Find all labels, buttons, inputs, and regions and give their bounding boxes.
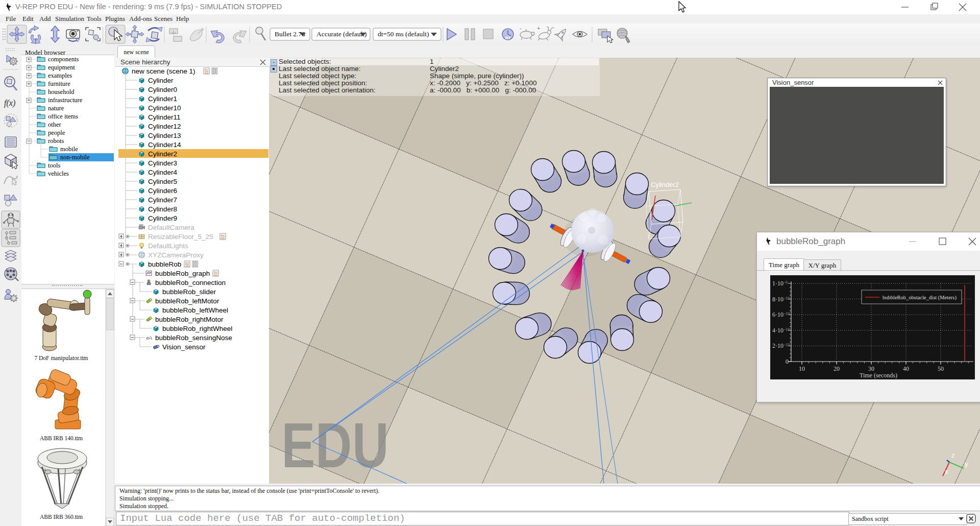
svg-text:7 DoF manipulator.ttm: 7 DoF manipulator.ttm xyxy=(34,355,88,362)
svg-text:DefaultCamera: DefaultCamera xyxy=(148,224,194,231)
svg-text:Cylinder2: Cylinder2 xyxy=(651,181,679,188)
svg-text:4·10: 4·10 xyxy=(772,327,783,334)
svg-text:Cylinder: Cylinder xyxy=(148,77,174,84)
svg-text:infrastructure: infrastructure xyxy=(48,97,83,104)
svg-text:Cylinder10: Cylinder10 xyxy=(148,104,181,112)
svg-text:2·10: 2·10 xyxy=(772,342,783,349)
svg-text:-: - xyxy=(520,25,522,31)
svg-text:Cylinder9: Cylinder9 xyxy=(148,214,177,222)
svg-text:30: 30 xyxy=(868,365,874,372)
svg-text:8·10: 8·10 xyxy=(772,296,783,303)
svg-text:-10: -10 xyxy=(784,327,790,332)
svg-text:Cylinder7: Cylinder7 xyxy=(148,196,177,204)
svg-text:Cylinder5: Cylinder5 xyxy=(148,178,177,185)
svg-text:x: x xyxy=(945,468,948,475)
svg-text:nature: nature xyxy=(48,105,64,112)
svg-text:dt=50 ms (default): dt=50 ms (default) xyxy=(378,30,429,38)
svg-text:household: household xyxy=(48,88,75,95)
svg-text:vehicles: vehicles xyxy=(48,170,69,177)
svg-text:Cylinder14: Cylinder14 xyxy=(148,141,181,149)
svg-text:Cylinder4: Cylinder4 xyxy=(148,169,178,176)
svg-text:Cylinder3: Cylinder3 xyxy=(148,159,177,167)
svg-text:bubbleRob: bubbleRob xyxy=(148,260,181,268)
svg-text:ABB IRB 140.ttm: ABB IRB 140.ttm xyxy=(40,435,83,441)
svg-text:-10: -10 xyxy=(784,311,790,316)
svg-text:bubbleRob_slider: bubbleRob_slider xyxy=(162,288,216,296)
svg-text:bubbleRob_sensingNose: bubbleRob_sensingNose xyxy=(155,334,232,342)
svg-text:bubbleRob_rightMotor: bubbleRob_rightMotor xyxy=(155,316,224,323)
svg-text:f(x): f(x) xyxy=(4,99,15,108)
svg-text:y: y xyxy=(965,460,968,468)
svg-text:-9: -9 xyxy=(784,280,788,285)
svg-text:Vision_sensor: Vision_sensor xyxy=(162,343,206,351)
svg-text:other: other xyxy=(48,121,62,128)
svg-text:tools: tools xyxy=(48,162,60,169)
svg-text:Cylinder6: Cylinder6 xyxy=(148,187,177,195)
svg-text:equipment: equipment xyxy=(48,64,75,71)
svg-text:bubbleRob_rightWheel: bubbleRob_rightWheel xyxy=(162,325,232,332)
svg-text:ResizableFloor_5_25: ResizableFloor_5_25 xyxy=(148,233,213,241)
svg-text:Cylinder0: Cylinder0 xyxy=(148,86,177,93)
svg-text:Accurate (default): Accurate (default) xyxy=(316,30,367,38)
svg-text:people: people xyxy=(48,129,65,136)
svg-text:10: 10 xyxy=(799,365,805,372)
svg-text:non-mobile: non-mobile xyxy=(60,154,90,161)
svg-text:bubbleRob_connection: bubbleRob_connection xyxy=(155,279,226,286)
svg-text:robots: robots xyxy=(48,137,64,145)
svg-text:components: components xyxy=(48,56,79,63)
svg-text:50: 50 xyxy=(938,365,944,372)
svg-text:40: 40 xyxy=(903,365,909,372)
svg-text:DefaultLights: DefaultLights xyxy=(148,242,188,250)
svg-text:examples: examples xyxy=(48,72,72,79)
svg-text:bubbleRob_leftWheel: bubbleRob_leftWheel xyxy=(162,306,228,314)
svg-text:XYZCameraProxy: XYZCameraProxy xyxy=(148,251,204,259)
svg-text:ABB IRB 360.ttm: ABB IRB 360.ttm xyxy=(40,514,83,520)
svg-text:6·10: 6·10 xyxy=(772,311,783,318)
svg-text:+: + xyxy=(537,25,540,31)
svg-text:-10: -10 xyxy=(784,342,790,347)
svg-text:Time (seconds): Time (seconds) xyxy=(860,372,897,379)
svg-text:office items: office items xyxy=(48,113,78,120)
svg-text:1·10: 1·10 xyxy=(772,280,783,287)
svg-text:Cylinder12: Cylinder12 xyxy=(148,123,181,130)
svg-text:mobile: mobile xyxy=(60,146,78,153)
svg-text:EDU: EDU xyxy=(281,410,389,481)
svg-text:bubbleRob_leftMotor: bubbleRob_leftMotor xyxy=(155,297,219,305)
svg-text:-10: -10 xyxy=(784,296,790,301)
svg-text:z: z xyxy=(951,451,955,459)
svg-text:Cylinder8: Cylinder8 xyxy=(148,205,177,213)
svg-text:furniture: furniture xyxy=(48,80,70,87)
svg-text:Cylinder13: Cylinder13 xyxy=(148,132,181,139)
svg-text:0: 0 xyxy=(786,358,789,365)
svg-text:Cylinder11: Cylinder11 xyxy=(148,113,181,121)
svg-text:Cylinder1: Cylinder1 xyxy=(148,95,177,103)
svg-text:new scene (scene 1): new scene (scene 1) xyxy=(132,67,195,75)
svg-text:RT: RT xyxy=(505,36,511,40)
svg-text:Cylinder2: Cylinder2 xyxy=(148,150,177,158)
svg-text:bubbleRob_graph: bubbleRob_graph xyxy=(155,270,210,277)
svg-text:bubbleRob_obstacle_dist (Meter: bubbleRob_obstacle_dist (Meters) xyxy=(883,295,957,301)
svg-text:20: 20 xyxy=(834,365,840,372)
